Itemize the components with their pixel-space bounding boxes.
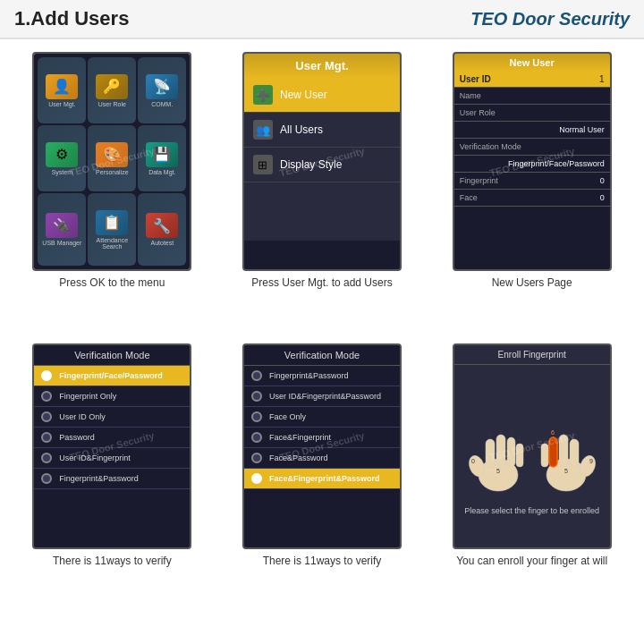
cell2-caption: Press User Mgt. to add Users <box>251 276 392 289</box>
cell3-caption: New Users Page <box>492 276 572 289</box>
vm-fp-pw[interactable]: Fingerprint&Password <box>34 469 190 489</box>
vm-dot-2 <box>41 391 52 402</box>
usb-label: USB Manager <box>42 240 81 246</box>
userid-row[interactable]: User ID 1 <box>454 72 610 88</box>
vm-r-label-5: Face&Password <box>269 453 328 462</box>
hands-svg: 0 1 2 3 4 5 6 4 7 8 9 5 <box>461 390 604 506</box>
cell-vm-right: Verification Mode Fingerprint&Password U… <box>217 338 428 630</box>
svg-rect-4 <box>507 437 515 467</box>
svg-text:5: 5 <box>564 468 568 474</box>
icon-user-role[interactable]: 🔑 User Role <box>88 57 136 123</box>
vm-userid-only[interactable]: User ID Only <box>34 407 190 428</box>
vm-face-fp[interactable]: Face&Fingerprint <box>244 428 400 448</box>
vm-userid-fp[interactable]: User ID&Fingerprint <box>34 448 190 469</box>
fp-face-row: Fingerprint/Face/Password <box>454 156 610 173</box>
all-users-item[interactable]: 👥 All Users <box>244 113 400 148</box>
vm-label-1: Fingerprint/Face/Password <box>59 371 163 380</box>
user-mgt-screen: User Mgt. ➕ New User 👥 All Users ⊞ Displ… <box>242 52 402 271</box>
vm-dot-5 <box>41 453 52 463</box>
data-mgt-icon: 💾 <box>146 142 178 167</box>
cell-vm-left: Verification Mode Fingerprint/Face/Passw… <box>7 338 217 630</box>
usb-icon: 🔌 <box>46 213 78 238</box>
vm-fp-pw-2[interactable]: Fingerprint&Password <box>244 366 400 386</box>
cell-menu: 👤 User Mgt. 🔑 User Role 📡 COMM. ⚙ System <box>7 47 217 338</box>
new-user-icon: ➕ <box>253 85 273 105</box>
vm-label-6: Fingerprint&Password <box>59 474 139 483</box>
face-row[interactable]: Face 0 <box>454 190 610 207</box>
vm-dot-1 <box>41 370 52 381</box>
personalize-label: Personalize <box>96 169 129 175</box>
display-style-item[interactable]: ⊞ Display Style <box>244 148 400 182</box>
brand-label: TEO Door Security <box>470 9 630 30</box>
vm-dot-r1 <box>251 370 262 381</box>
icon-comm[interactable]: 📡 COMM. <box>138 57 186 123</box>
svg-text:0: 0 <box>471 458 475 464</box>
enroll-body: 0 1 2 3 4 5 6 4 7 8 9 5 Ple <box>454 365 610 540</box>
name-row[interactable]: Name <box>454 88 610 105</box>
new-user-item[interactable]: ➕ New User <box>244 78 400 113</box>
vm-face-fp-pw[interactable]: Face&Fingerprint&Password <box>244 469 400 489</box>
user-mgt-label: User Mgt. <box>48 101 75 107</box>
system-label: System <box>52 169 72 175</box>
vm-password[interactable]: Password <box>34 428 190 448</box>
svg-rect-3 <box>496 435 505 467</box>
name-label: Name <box>460 91 605 100</box>
comm-label: COMM. <box>151 101 173 107</box>
enroll-header: Enroll Fingerprint <box>454 345 610 365</box>
svg-text:1: 1 <box>488 431 492 437</box>
vm-r-label-2: User ID&Fingerprint&Password <box>269 392 381 401</box>
cell5-caption: There is 11ways to verify <box>263 555 382 567</box>
user-mgt-body: User Mgt. ➕ New User 👥 All Users ⊞ Displ… <box>244 54 400 241</box>
cell-new-user: New User User ID 1 Name User Role Normal… <box>427 47 637 338</box>
new-user-label: New User <box>280 89 327 101</box>
icon-attendance[interactable]: 📋 Attendance Search <box>88 193 136 266</box>
all-users-label: All Users <box>280 123 323 136</box>
user-role-row[interactable]: User Role <box>454 105 610 122</box>
user-role-form-label: User Role <box>460 108 496 117</box>
vm-right-header: Verification Mode <box>244 345 400 366</box>
vm-dot-3 <box>41 411 52 422</box>
menu-screen: 👤 User Mgt. 🔑 User Role 📡 COMM. ⚙ System <box>32 52 191 271</box>
vm-userid-fp-pw[interactable]: User ID&Fingerprint&Password <box>244 386 400 407</box>
vm-left-header: Verification Mode <box>34 345 190 366</box>
vm-label-3: User ID Only <box>59 412 106 421</box>
cell-user-mgt: User Mgt. ➕ New User 👥 All Users ⊞ Displ… <box>217 47 428 338</box>
svg-text:7: 7 <box>562 427 565 433</box>
svg-rect-8 <box>541 444 548 467</box>
icon-data-mgt[interactable]: 💾 Data Mgt. <box>138 125 186 191</box>
verification-row[interactable]: Verification Mode <box>454 139 610 156</box>
new-user-form-header: New User <box>454 54 610 72</box>
vm-fp-face-pw[interactable]: Fingerprint/Face/Password <box>34 366 190 386</box>
autotest-label: Autotest <box>150 240 174 246</box>
user-mgt-header: User Mgt. <box>244 54 400 78</box>
vm-screen-left: Verification Mode Fingerprint/Face/Passw… <box>32 343 191 549</box>
svg-rect-5 <box>516 444 523 467</box>
vm-face-only[interactable]: Face Only <box>244 407 400 428</box>
cell6-caption: You can enroll your finger at will <box>456 555 607 567</box>
icon-system[interactable]: ⚙ System <box>38 125 86 191</box>
comm-icon: 📡 <box>146 74 178 99</box>
fingerprint-form-label: Fingerprint <box>460 176 498 185</box>
icon-personalize[interactable]: 🎨 Personalize <box>88 125 136 191</box>
vm-dot-r6 <box>251 473 262 484</box>
icon-grid: 👤 User Mgt. 🔑 User Role 📡 COMM. ⚙ System <box>34 54 190 269</box>
vm-fp-only[interactable]: Fingerprint Only <box>34 386 190 407</box>
icon-autotest[interactable]: 🔧 Autotest <box>138 193 186 266</box>
icon-user-mgt[interactable]: 👤 User Mgt. <box>38 57 86 123</box>
data-mgt-label: Data Mgt. <box>148 169 175 175</box>
svg-text:3: 3 <box>509 429 513 436</box>
normal-user-row: Normal User <box>454 122 610 139</box>
personalize-icon: 🎨 <box>96 142 128 167</box>
svg-rect-2 <box>486 439 495 468</box>
icon-usb[interactable]: 🔌 USB Manager <box>38 193 86 266</box>
normal-user-value: Normal User <box>559 125 605 134</box>
display-icon: ⊞ <box>253 155 273 174</box>
vm-dot-6 <box>41 473 52 484</box>
main-grid: 👤 User Mgt. 🔑 User Role 📡 COMM. ⚙ System <box>0 39 644 637</box>
vm-face-pw[interactable]: Face&Password <box>244 448 400 469</box>
vm-dot-r4 <box>251 432 262 443</box>
vm-label-4: Password <box>59 433 95 442</box>
fingerprint-row[interactable]: Fingerprint 0 <box>454 173 610 190</box>
vm-screen-right: Verification Mode Fingerprint&Password U… <box>242 343 402 549</box>
svg-text:2: 2 <box>499 427 503 433</box>
